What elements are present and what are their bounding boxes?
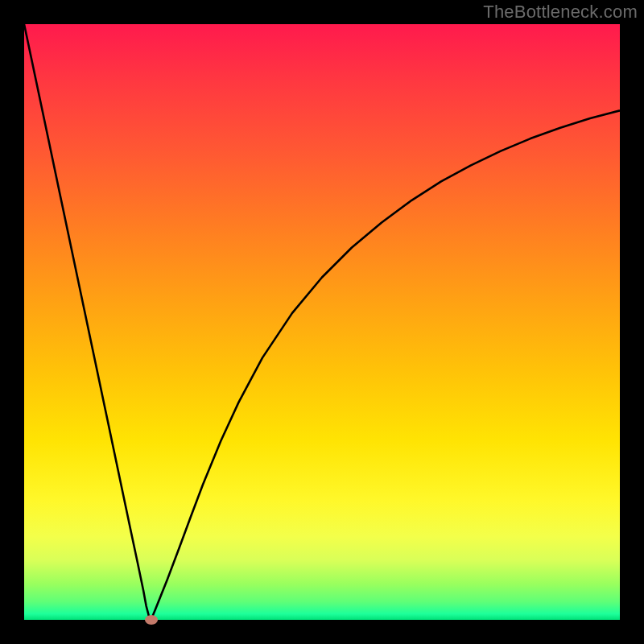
bottleneck-curve <box>24 24 620 620</box>
chart-frame: TheBottleneck.com <box>0 0 644 644</box>
curve-path <box>24 24 620 620</box>
plot-area <box>24 24 620 620</box>
minimum-point-marker <box>145 615 158 625</box>
attribution-text: TheBottleneck.com <box>483 2 638 23</box>
